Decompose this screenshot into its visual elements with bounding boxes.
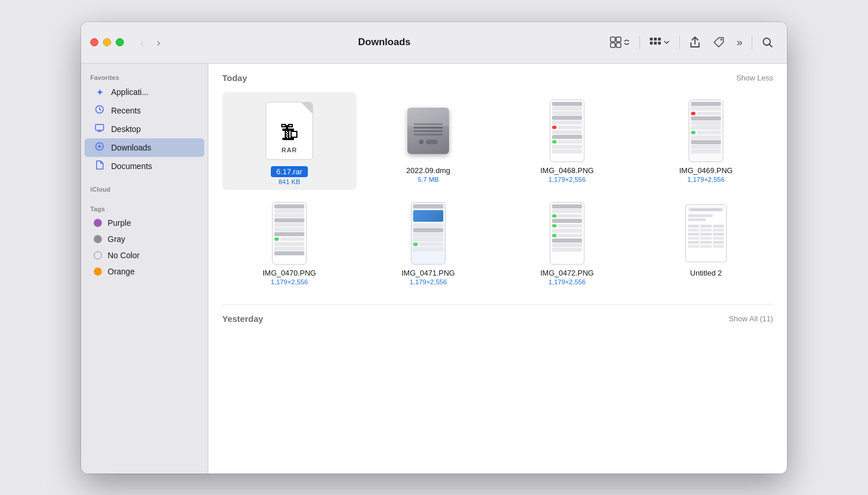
show-less-button[interactable]: Show Less bbox=[736, 74, 773, 82]
img0468-thumbnail bbox=[541, 99, 593, 163]
sidebar-item-recents[interactable]: Recents bbox=[84, 101, 204, 120]
file-item-0471[interactable]: IMG_0471.PNG 1,179×2,556 bbox=[361, 195, 495, 290]
dmg-lines bbox=[414, 123, 443, 144]
p-row bbox=[413, 233, 443, 237]
back-button[interactable]: ‹ bbox=[137, 34, 148, 50]
file-item-0472[interactable]: IMG_0472.PNG 1,179×2,556 bbox=[500, 195, 634, 290]
sidebar-item-documents[interactable]: Documents bbox=[84, 157, 204, 175]
rar-file-size: 841 KB bbox=[278, 178, 300, 185]
view-options-button[interactable] bbox=[645, 34, 675, 51]
today-section-header: Today Show Less bbox=[222, 73, 773, 83]
sidebar-tag-purple[interactable]: Purple bbox=[84, 215, 204, 231]
file-item-untitled2[interactable]: Untitled 2 bbox=[639, 195, 773, 290]
ut-table-row bbox=[688, 229, 724, 232]
sidebar-tag-gray[interactable]: Gray bbox=[84, 231, 204, 247]
downloads-icon bbox=[94, 142, 105, 153]
dmg-thumbnail bbox=[402, 99, 454, 163]
sidebar-label-no-color: No Color bbox=[108, 251, 139, 260]
main-area: Favorites ✦ Applicati... Recents bbox=[81, 64, 787, 474]
sidebar-item-downloads[interactable]: Downloads bbox=[84, 138, 204, 157]
rar-filename-badge: 6.17.rar bbox=[271, 166, 308, 177]
img0471-filename: IMG_0471.PNG bbox=[402, 269, 455, 277]
ut-cell bbox=[713, 241, 724, 244]
sidebar-label-purple: Purple bbox=[108, 218, 131, 228]
forward-button[interactable]: › bbox=[153, 34, 164, 50]
ut-row bbox=[688, 214, 713, 217]
p-dot-g5 bbox=[552, 234, 557, 237]
ut-header-line bbox=[690, 208, 722, 211]
file-item-0470[interactable]: IMG_0470.PNG 1,179×2,556 bbox=[222, 195, 356, 290]
svg-rect-7 bbox=[650, 42, 653, 45]
img0469-dimensions: 1,179×2,556 bbox=[687, 176, 724, 183]
dmg-icon bbox=[404, 105, 452, 157]
sidebar-tag-orange[interactable]: Orange bbox=[84, 263, 204, 280]
p-row bbox=[413, 228, 443, 232]
share-icon bbox=[689, 36, 701, 49]
no-color-dot bbox=[94, 251, 102, 259]
applications-icon: ✦ bbox=[94, 87, 105, 98]
img0468-filename: IMG_0468.PNG bbox=[540, 166, 594, 175]
p-row bbox=[274, 218, 304, 222]
ut-cell bbox=[713, 229, 724, 232]
zip-icon-glyph: 🗜 bbox=[280, 122, 299, 144]
dmg-body bbox=[407, 108, 449, 154]
file-item-dmg[interactable]: 2022.09.dmg 5.7 MB bbox=[361, 92, 495, 190]
p-row bbox=[558, 224, 582, 228]
img0469-filename: IMG_0469.PNG bbox=[679, 166, 733, 175]
p-row bbox=[552, 107, 582, 111]
img0468-name-wrapper: IMG_0468.PNG 1,179×2,556 bbox=[540, 166, 594, 183]
img0472-filename: IMG_0472.PNG bbox=[540, 269, 594, 277]
show-all-button[interactable]: Show All (11) bbox=[729, 314, 773, 323]
ut-cell bbox=[688, 233, 699, 236]
untitled2-icon bbox=[685, 204, 727, 262]
view-grid-button[interactable] bbox=[605, 32, 635, 52]
p-row bbox=[552, 102, 582, 106]
maximize-button[interactable] bbox=[116, 38, 124, 46]
more-button[interactable]: » bbox=[732, 33, 747, 52]
tag-button[interactable] bbox=[708, 32, 730, 52]
ut-cell bbox=[700, 225, 711, 228]
sidebar-item-applications[interactable]: ✦ Applicati... bbox=[84, 83, 204, 101]
p-row bbox=[274, 214, 304, 218]
rar-type-label: RAR bbox=[282, 146, 297, 153]
toolbar-divider-2 bbox=[679, 35, 680, 49]
ut-cell bbox=[688, 229, 699, 232]
p-dot-g bbox=[413, 243, 418, 246]
share-button[interactable] bbox=[685, 32, 705, 52]
img0472-name-wrapper: IMG_0472.PNG 1,179×2,556 bbox=[540, 269, 594, 285]
p-row-s4 bbox=[552, 223, 582, 228]
minimize-button[interactable] bbox=[103, 38, 111, 46]
file-item-rar[interactable]: 🗜 RAR 6.17.rar 841 KB bbox=[222, 92, 356, 190]
p-dot-g4 bbox=[552, 224, 557, 228]
ut-cell bbox=[700, 241, 711, 244]
dmg-filename: 2022.09.dmg bbox=[406, 166, 450, 175]
file-item-0469[interactable]: IMG_0469.PNG 1,179×2,556 bbox=[639, 92, 773, 190]
sidebar-label-desktop: Desktop bbox=[111, 124, 141, 134]
sidebar-tag-no-color[interactable]: No Color bbox=[84, 247, 204, 263]
sidebar-item-desktop[interactable]: Desktop bbox=[84, 120, 204, 138]
today-files-grid: 🗜 RAR 6.17.rar 841 KB bbox=[222, 92, 773, 290]
p-row bbox=[413, 223, 443, 228]
tag-icon bbox=[712, 36, 725, 49]
dmg-dot1 bbox=[419, 140, 424, 144]
p-row-s5 bbox=[552, 233, 582, 238]
p-row bbox=[413, 204, 443, 208]
img0472-thumbnail bbox=[541, 201, 593, 265]
img0471-name-wrapper: IMG_0471.PNG 1,179×2,556 bbox=[402, 269, 455, 285]
chevron-down-icon bbox=[663, 39, 670, 46]
orange-dot bbox=[94, 267, 102, 276]
p-row bbox=[552, 209, 582, 213]
svg-rect-9 bbox=[658, 42, 661, 45]
dmg-line4 bbox=[414, 134, 443, 135]
ut-spacer bbox=[688, 222, 724, 223]
p-row bbox=[552, 120, 582, 124]
close-button[interactable] bbox=[90, 38, 98, 46]
img0468-dimensions: 1,179×2,556 bbox=[549, 176, 586, 183]
rar-icon: 🗜 RAR bbox=[266, 102, 313, 160]
svg-rect-1 bbox=[616, 37, 621, 42]
p-row bbox=[697, 112, 721, 115]
p-row bbox=[558, 126, 582, 129]
p-row bbox=[552, 204, 582, 208]
search-button[interactable] bbox=[757, 33, 778, 52]
file-item-0468[interactable]: IMG_0468.PNG 1,179×2,556 bbox=[500, 92, 634, 190]
